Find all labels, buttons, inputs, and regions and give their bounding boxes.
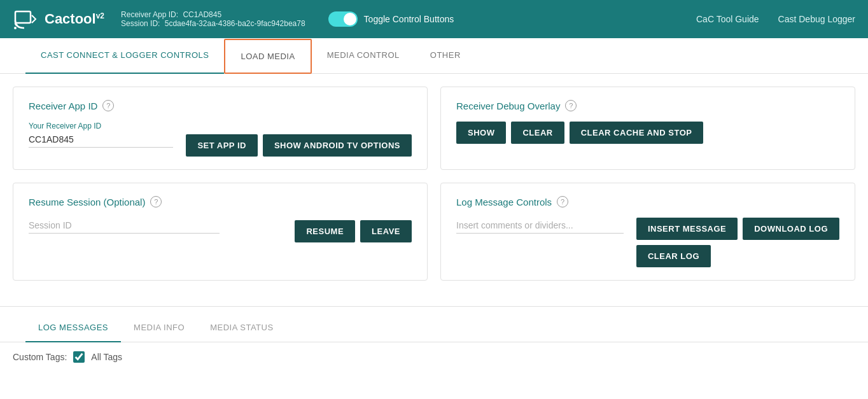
log-comment-input-area	[456, 218, 624, 234]
receiver-app-id-title: Receiver App ID ?	[29, 100, 412, 111]
receiver-app-id-content: Your Receiver App ID SET APP ID SHOW AND…	[29, 122, 412, 157]
resume-session-title: Resume Session (Optional) ?	[29, 196, 412, 207]
session-id-info: Session ID: 5cdae4fa-32aa-4386-ba2c-9fac…	[121, 19, 305, 28]
receiver-app-id-info: Receiver App ID: CC1AD845	[121, 10, 305, 19]
all-tags-checkbox[interactable]	[73, 351, 85, 363]
main-tabs: CAST CONNECT & LOGGER CONTROLS LOAD MEDI…	[0, 38, 868, 74]
tab-media-status[interactable]: MEDIA STATUS	[197, 314, 286, 342]
receiver-app-id-input-label: Your Receiver App ID	[29, 122, 173, 130]
session-id-input[interactable]	[29, 218, 220, 234]
all-tags-label: All Tags	[91, 352, 122, 362]
logo-text: Cactoolv2	[45, 11, 104, 27]
tab-log-messages[interactable]: LOG MESSAGES	[25, 314, 121, 342]
receiver-app-id-input-area: Your Receiver App ID	[29, 122, 173, 148]
cards-grid: Receiver App ID ? Your Receiver App ID S…	[13, 87, 855, 281]
receiver-app-id-help-icon[interactable]: ?	[102, 100, 114, 111]
set-app-id-button[interactable]: SET APP ID	[186, 134, 258, 157]
tab-cast-connect[interactable]: CAST CONNECT & LOGGER CONTROLS	[25, 39, 224, 74]
cast-debug-logger-link[interactable]: Cast Debug Logger	[778, 14, 855, 24]
receiver-debug-overlay-title: Receiver Debug Overlay ?	[456, 100, 839, 111]
svg-rect-1	[15, 11, 31, 23]
tab-media-info[interactable]: MEDIA INFO	[121, 314, 197, 342]
leave-button[interactable]: LEAVE	[360, 220, 412, 242]
log-message-help-icon[interactable]: ?	[557, 196, 568, 207]
clear-cache-and-stop-button[interactable]: CLEAR CACHE AND STOP	[570, 122, 704, 144]
show-button[interactable]: SHOW	[456, 122, 506, 144]
resume-button[interactable]: RESUME	[295, 220, 355, 242]
log-message-controls-content: INSERT MESSAGE DOWNLOAD LOG CLEAR LOG	[456, 218, 839, 267]
log-comment-input[interactable]	[456, 218, 624, 234]
log-message-controls-title: Log Message Controls ?	[456, 196, 839, 207]
header-links: CaC Tool Guide Cast Debug Logger	[696, 14, 855, 24]
logo-area: Cactoolv2	[13, 6, 104, 32]
resume-session-content: RESUME LEAVE	[29, 218, 412, 242]
resume-session-help-icon[interactable]: ?	[150, 196, 162, 207]
log-message-buttons: INSERT MESSAGE DOWNLOAD LOG CLEAR LOG	[636, 218, 839, 267]
download-log-button[interactable]: DOWNLOAD LOG	[743, 218, 839, 240]
toggle-control-buttons[interactable]	[328, 11, 358, 27]
log-message-controls-card: Log Message Controls ? INSERT MESSAGE DO…	[440, 183, 855, 281]
receiver-debug-buttons: SHOW CLEAR CLEAR CACHE AND STOP	[456, 122, 839, 144]
insert-message-button[interactable]: INSERT MESSAGE	[636, 218, 738, 240]
session-id-input-area	[29, 218, 282, 234]
log-message-top-buttons: INSERT MESSAGE DOWNLOAD LOG	[636, 218, 839, 240]
custom-tags-label: Custom Tags:	[13, 352, 67, 362]
receiver-app-id-card: Receiver App ID ? Your Receiver App ID S…	[13, 87, 428, 170]
main-content: Receiver App ID ? Your Receiver App ID S…	[0, 74, 868, 306]
resume-session-buttons: RESUME LEAVE	[295, 220, 412, 242]
toggle-label: Toggle Control Buttons	[364, 14, 454, 24]
receiver-debug-overlay-card: Receiver Debug Overlay ? SHOW CLEAR CLEA…	[440, 87, 855, 170]
cac-tool-guide-link[interactable]: CaC Tool Guide	[696, 14, 759, 24]
clear-log-button[interactable]: CLEAR LOG	[636, 245, 711, 267]
tab-other[interactable]: OTHER	[415, 39, 476, 74]
toggle-area[interactable]: Toggle Control Buttons	[328, 11, 454, 27]
section-divider	[0, 306, 868, 307]
clear-button[interactable]: CLEAR	[511, 122, 564, 144]
cast-logo-icon	[13, 6, 38, 32]
tab-media-control[interactable]: MEDIA CONTROL	[312, 39, 415, 74]
bottom-tabs: LOG MESSAGES MEDIA INFO MEDIA STATUS	[0, 313, 868, 342]
svg-point-2	[14, 27, 17, 29]
receiver-debug-help-icon[interactable]: ?	[565, 100, 577, 111]
show-android-tv-button[interactable]: SHOW ANDROID TV OPTIONS	[263, 134, 412, 157]
resume-session-card: Resume Session (Optional) ? RESUME LEAVE	[13, 183, 428, 281]
app-header: Cactoolv2 Receiver App ID: CC1AD845 Sess…	[0, 0, 868, 38]
tab-load-media[interactable]: LOAD MEDIA	[224, 39, 311, 74]
custom-tags-row: Custom Tags: All Tags	[0, 342, 868, 372]
header-info: Receiver App ID: CC1AD845 Session ID: 5c…	[121, 10, 305, 28]
receiver-app-id-input[interactable]	[29, 132, 173, 148]
receiver-app-id-buttons: SET APP ID SHOW ANDROID TV OPTIONS	[186, 134, 412, 157]
